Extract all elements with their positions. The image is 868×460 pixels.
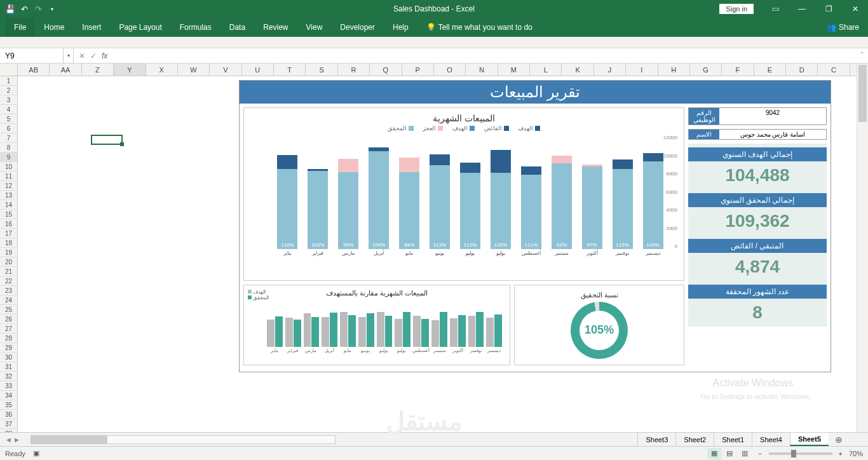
column-header[interactable]: N [466,64,498,76]
sheet-canvas[interactable]: تقرير المبيعات الرقم الوظيفي 9042 الاسم … [18,76,850,433]
expand-formula-bar-icon[interactable]: ⌄ [857,48,868,63]
column-header[interactable]: P [402,64,434,76]
column-header[interactable]: AA [50,64,81,76]
row-header[interactable]: 27 [0,324,17,334]
column-header[interactable]: O [434,64,466,76]
row-header[interactable]: 22 [0,276,17,286]
row-header[interactable]: 15 [0,210,17,219]
row-header[interactable]: 24 [0,295,17,305]
row-header[interactable]: 4 [0,105,17,114]
column-header[interactable]: J [594,64,626,76]
row-header[interactable]: 29 [0,343,17,353]
row-header[interactable]: 30 [0,353,17,362]
fx-icon[interactable]: fx [102,51,112,60]
column-header[interactable]: I [626,64,658,76]
tab-data[interactable]: Data [220,18,254,37]
row-header[interactable]: 11 [0,172,17,181]
row-header[interactable]: 20 [0,257,17,267]
undo-icon[interactable]: ↶ [19,4,29,14]
tab-home[interactable]: Home [35,18,73,37]
page-layout-view-icon[interactable]: ▤ [722,448,736,459]
sheet-nav-prev-icon[interactable]: ◄ [5,436,12,443]
tab-developer[interactable]: Developer [331,18,384,37]
column-header[interactable]: R [338,64,370,76]
tab-view[interactable]: View [297,18,332,37]
row-header[interactable]: 26 [0,315,17,324]
cancel-formula-icon[interactable]: ✕ [79,51,85,60]
hscroll-thumb[interactable] [31,436,107,443]
redo-icon[interactable]: ↷ [33,4,43,14]
row-header[interactable]: 32 [0,372,17,381]
row-header[interactable]: 5 [0,114,17,124]
column-header[interactable]: L [530,64,562,76]
sheet-tab[interactable]: Sheet1 [714,433,752,446]
tell-me-search[interactable]: 💡 Tell me what you want to do [417,18,532,37]
row-header[interactable]: 2 [0,86,17,95]
column-header[interactable]: F [722,64,754,76]
column-header[interactable]: G [690,64,722,76]
row-header[interactable]: 37 [0,419,17,429]
row-header[interactable]: 7 [0,133,17,143]
row-header[interactable]: 34 [0,391,17,400]
row-header[interactable]: 36 [0,410,17,419]
sheet-nav-next-icon[interactable]: ► [13,436,20,443]
tab-insert[interactable]: Insert [73,18,110,37]
minimize-icon[interactable]: — [789,0,815,18]
name-box[interactable]: Y9 [0,48,64,63]
column-header[interactable]: Y [114,64,146,76]
row-header[interactable]: 23 [0,286,17,295]
formula-input[interactable] [118,48,857,63]
row-header[interactable]: 31 [0,362,17,372]
tab-page-layout[interactable]: Page Layout [110,18,170,37]
row-header[interactable]: 16 [0,219,17,229]
sheet-tab[interactable]: Sheet5 [790,433,829,446]
name-box-dropdown-icon[interactable]: ▾ [64,48,74,63]
row-header[interactable]: 25 [0,305,17,315]
tab-formulas[interactable]: Formulas [171,18,220,37]
column-header[interactable]: U [242,64,274,76]
normal-view-icon[interactable]: ▦ [707,448,721,459]
sheet-tab[interactable]: Sheet2 [675,433,714,446]
sheet-tab[interactable]: Sheet3 [637,433,675,446]
column-header[interactable]: AB [18,64,50,76]
column-header[interactable]: Q [370,64,402,76]
tab-review[interactable]: Review [254,18,297,37]
restore-icon[interactable]: ❐ [816,0,841,18]
zoom-in-icon[interactable]: + [839,450,843,457]
vscroll-thumb[interactable] [858,65,867,122]
row-header[interactable]: 3 [0,95,17,105]
row-header[interactable]: 12 [0,181,17,191]
column-header[interactable]: W [178,64,210,76]
row-header[interactable]: 1 [0,76,17,86]
row-header[interactable]: 13 [0,191,17,200]
enter-formula-icon[interactable]: ✓ [90,51,97,60]
row-header[interactable]: 18 [0,238,17,248]
row-header[interactable]: 17 [0,229,17,238]
row-header[interactable]: 8 [0,143,17,152]
column-header[interactable]: D [786,64,818,76]
row-header[interactable]: 21 [0,267,17,276]
column-header[interactable]: Z [82,64,114,76]
tab-help[interactable]: Help [384,18,417,37]
horizontal-scrollbar[interactable] [31,435,336,444]
zoom-thumb[interactable] [791,450,796,457]
row-header[interactable]: 33 [0,381,17,391]
save-icon[interactable]: 💾 [5,4,15,14]
vertical-scrollbar[interactable] [857,64,868,432]
share-button[interactable]: 👥 Share [818,18,868,37]
row-header[interactable]: 10 [0,162,17,172]
tab-file[interactable]: File [5,18,35,37]
zoom-slider[interactable] [769,452,832,455]
row-header[interactable]: 19 [0,248,17,257]
macro-record-icon[interactable]: ▣ [33,449,39,457]
row-header[interactable]: 35 [0,400,17,410]
ribbon-display-icon[interactable]: ▭ [763,0,788,18]
zoom-out-icon[interactable]: − [758,450,762,457]
page-break-view-icon[interactable]: ▥ [738,448,752,459]
row-header[interactable]: 14 [0,200,17,210]
select-all-triangle[interactable] [0,64,18,76]
close-icon[interactable]: ✕ [843,0,868,18]
qat-customize-icon[interactable]: ▾ [47,4,57,14]
column-header[interactable]: T [274,64,306,76]
row-header[interactable]: 9 [0,152,17,162]
